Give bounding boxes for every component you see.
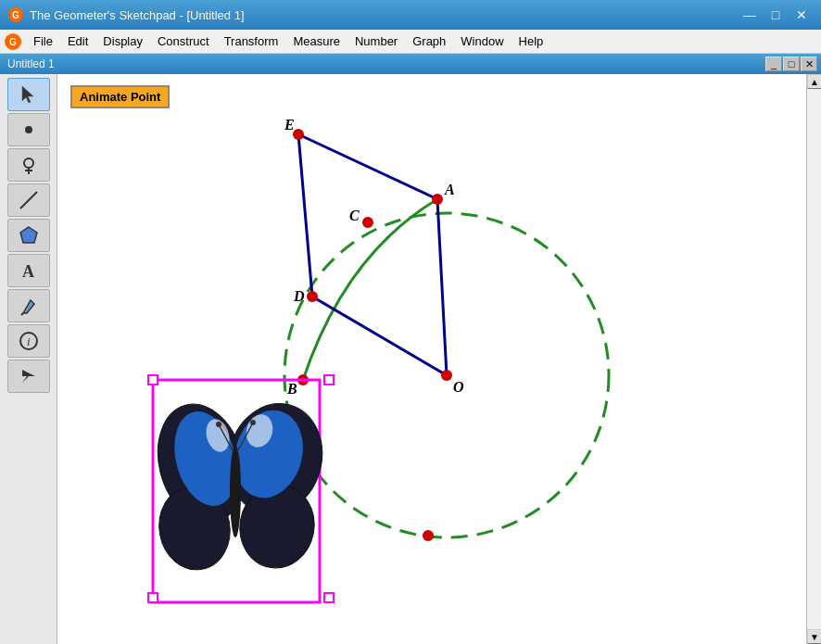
menu-file[interactable]: File [26, 31, 60, 53]
handle-br[interactable] [324, 593, 334, 602]
window-title: The Geometer's Sketchpad - [Untitled 1] [30, 8, 738, 22]
point-E [293, 129, 304, 140]
title-bar: G The Geometer's Sketchpad - [Untitled 1… [0, 0, 821, 30]
menu-transform[interactable]: Transform [217, 31, 286, 53]
menu-edit[interactable]: Edit [60, 31, 95, 53]
mdi-minimize[interactable]: _ [765, 57, 782, 71]
point-tool[interactable] [7, 113, 50, 146]
scroll-down-arrow[interactable]: ▼ [807, 629, 821, 644]
point-circle-bottom [423, 530, 434, 541]
mdi-controls: _ □ ✕ [765, 57, 817, 71]
app-icon: G [7, 6, 24, 23]
butterfly-body [230, 445, 241, 537]
menu-measure[interactable]: Measure [285, 31, 347, 53]
handle-tl[interactable] [148, 375, 158, 385]
label-A: A [444, 182, 455, 197]
canvas-area[interactable]: Animate Point E [57, 74, 806, 644]
svg-text:G: G [9, 37, 17, 47]
sketch-canvas: E A C D B O [57, 74, 806, 644]
motion-tool[interactable] [7, 360, 50, 393]
mdi-close[interactable]: ✕ [801, 57, 817, 71]
polygon-tool[interactable] [7, 219, 50, 252]
maximize-button[interactable]: □ [764, 6, 788, 24]
mdi-window: Untitled 1 _ □ ✕ [0, 54, 821, 644]
toolbar: A i [0, 74, 57, 644]
main-area: A i [0, 74, 821, 644]
svg-marker-9 [20, 227, 37, 243]
mdi-title: Untitled 1 [4, 57, 765, 70]
handle-tr[interactable] [324, 375, 334, 385]
svg-point-4 [25, 126, 32, 133]
svg-line-8 [20, 192, 37, 208]
window-controls: — □ ✕ [738, 6, 814, 24]
antenna-tip-left [216, 422, 221, 427]
scrollbar-right: ▲ ▼ [806, 74, 821, 644]
window-body: Untitled 1 _ □ ✕ [0, 54, 821, 644]
svg-point-5 [24, 158, 33, 168]
app-menu-icon: G [4, 32, 22, 51]
label-E: E [284, 117, 295, 133]
antenna-tip-right [250, 420, 256, 425]
svg-text:i: i [27, 335, 31, 348]
compass-tool[interactable] [7, 148, 50, 182]
info-tool[interactable]: i [7, 324, 50, 358]
label-C: C [349, 208, 360, 223]
line-tool[interactable] [7, 183, 50, 217]
label-B: B [286, 381, 297, 397]
point-C [362, 217, 373, 228]
mdi-titlebar: Untitled 1 _ □ ✕ [0, 54, 821, 74]
mdi-restore[interactable]: □ [783, 57, 800, 71]
label-D: D [293, 288, 305, 304]
menu-bar: G File Edit Display Construct Transform … [0, 30, 821, 54]
menu-number[interactable]: Number [347, 31, 405, 53]
menu-graph[interactable]: Graph [405, 31, 453, 53]
svg-text:A: A [22, 262, 34, 281]
minimize-button[interactable]: — [738, 6, 762, 24]
menu-display[interactable]: Display [95, 31, 150, 53]
point-A [432, 194, 443, 205]
svg-line-11 [21, 313, 23, 315]
menu-help[interactable]: Help [512, 31, 551, 53]
text-tool[interactable]: A [7, 254, 50, 287]
svg-marker-14 [22, 370, 35, 383]
menu-construct[interactable]: Construct [150, 31, 217, 53]
menu-window[interactable]: Window [453, 31, 511, 53]
point-O [441, 370, 452, 381]
close-button[interactable]: ✕ [789, 6, 814, 24]
handle-bl[interactable] [148, 593, 158, 602]
marker-tool[interactable] [7, 289, 50, 322]
select-tool[interactable] [7, 78, 50, 111]
scroll-track-right[interactable] [807, 89, 821, 629]
label-O: O [453, 379, 464, 395]
animate-point-button[interactable]: Animate Point [70, 85, 170, 108]
point-D [307, 291, 318, 302]
scroll-up-arrow[interactable]: ▲ [807, 74, 821, 89]
svg-text:G: G [12, 10, 19, 20]
